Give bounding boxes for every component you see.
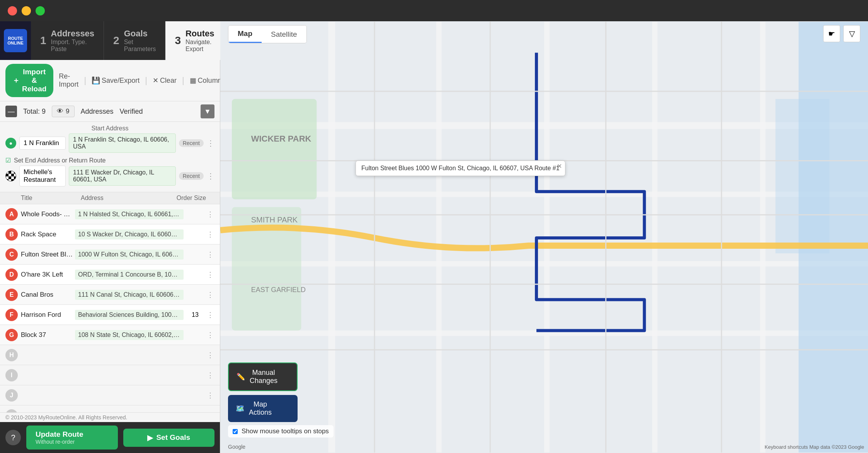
- start-menu-icon[interactable]: ⋮: [207, 138, 214, 148]
- map-tooltip: Fulton Street Blues 1000 W Fulton St, Ch…: [356, 161, 565, 176]
- end-menu-icon[interactable]: ⋮: [207, 171, 214, 181]
- tab-title-routes: Routes: [186, 29, 214, 39]
- toolbar: ＋ Import & Reload Re-Import | 💾 Save/Exp…: [0, 60, 220, 101]
- cursor-tool-button[interactable]: ☛: [823, 25, 840, 42]
- cell-address: [75, 374, 184, 377]
- reimport-link[interactable]: Re-Import: [59, 72, 78, 89]
- col-address-header: Address: [81, 195, 176, 202]
- svg-rect-10: [232, 99, 317, 199]
- row-menu-icon[interactable]: ⋮: [207, 270, 214, 279]
- end-icon: [5, 171, 16, 181]
- tab-subtitle-goals: Set Parameters: [124, 39, 156, 53]
- fullscreen-button[interactable]: [36, 6, 45, 15]
- stats-bar: ― Total: 9 👁 9 Addresses Verified ▼: [0, 101, 220, 122]
- end-address-full: 111 E Wacker Dr, Chicago, IL 60601, USA: [69, 166, 176, 186]
- table-row[interactable]: E Canal Bros 111 N Canal St, Chicago, IL…: [0, 285, 220, 305]
- row-menu-icon[interactable]: ⋮: [207, 371, 214, 379]
- save-export-link[interactable]: 💾 Save/Export: [92, 76, 140, 85]
- logo-text: ROUTEONLINE: [7, 36, 24, 45]
- clear-icon: ✕: [153, 76, 158, 85]
- map-attribution-right: Keyboard shortcuts Map data ©2023 Google: [765, 444, 864, 450]
- start-address-name[interactable]: 1 N Franklin: [19, 137, 66, 150]
- verified-label: Verified: [120, 108, 143, 116]
- table-row[interactable]: C Fulton Street Blues 1000 W Fulton St, …: [0, 244, 220, 265]
- import-reload-label: Import & Reload: [22, 68, 46, 93]
- col-title-header: Title: [21, 195, 81, 202]
- end-address-name[interactable]: Michelle's Restaurant: [19, 166, 66, 186]
- svg-text:SMITH PARK: SMITH PARK: [251, 215, 298, 224]
- table-header: Title Address Order Size: [0, 192, 220, 204]
- row-menu-icon[interactable]: ⋮: [207, 250, 214, 259]
- set-goals-button[interactable]: ▶ Set Goals: [123, 429, 215, 447]
- end-address-row: Michelle's Restaurant 111 E Wacker Dr, C…: [5, 166, 214, 186]
- row-menu-icon[interactable]: ⋮: [207, 311, 214, 319]
- row-letter-F: F: [5, 309, 18, 321]
- row-menu-icon[interactable]: ⋮: [207, 230, 214, 239]
- map-tab-satellite[interactable]: Satellite: [262, 26, 306, 43]
- row-menu-icon[interactable]: ⋮: [207, 331, 214, 339]
- cell-address: 10 S Wacker Dr, Chicago, IL 60606, USA: [75, 229, 184, 239]
- table-row[interactable]: K ⋮: [0, 405, 220, 412]
- cell-order: 13: [184, 311, 207, 318]
- tab-subtitle-addresses: Import. Type. Paste: [51, 39, 95, 53]
- map-bottom-buttons: ✏️ ManualChanges 🗺️ MapActions: [228, 362, 298, 422]
- table-row[interactable]: J ⋮: [0, 385, 220, 405]
- tooltip-close-button[interactable]: ✕: [557, 162, 562, 170]
- address-section: Start Address ● 1 N Franklin 1 N Frankli…: [0, 122, 220, 192]
- columns-link[interactable]: ▦ Columns: [190, 76, 225, 85]
- table-row[interactable]: D O'hare 3K Left ORD, Terminal 1 Concour…: [0, 265, 220, 285]
- clear-label: Clear: [160, 77, 177, 85]
- clear-link[interactable]: ✕ Clear: [153, 76, 177, 85]
- checkbox-icon[interactable]: ☑: [5, 157, 11, 164]
- tab-number-2: 2: [113, 34, 119, 47]
- cell-title: Fulton Street Blues: [21, 251, 75, 258]
- row-menu-icon[interactable]: ⋮: [207, 291, 214, 299]
- table-row[interactable]: I ⋮: [0, 365, 220, 385]
- addresses-label: Addresses: [81, 108, 114, 116]
- row-letter-H: H: [5, 349, 18, 361]
- app-logo: ROUTEONLINE: [0, 21, 31, 60]
- update-route-button[interactable]: Update Route Without re-order: [26, 426, 118, 450]
- tab-goals[interactable]: 2 Goals Set Parameters: [104, 21, 165, 60]
- row-letter-J: J: [5, 389, 18, 402]
- minimize-button[interactable]: [22, 6, 31, 15]
- cell-address: 111 N Canal St, Chicago, IL 60606, USA: [75, 290, 184, 300]
- verified-badge: 👁 9: [52, 106, 74, 117]
- cell-address: Behavioral Sciences Building, 1007 W Har…: [75, 310, 184, 320]
- table-row[interactable]: A Whole Foods- West Loop 1 N Halsted St,…: [0, 204, 220, 224]
- map-actions-button[interactable]: 🗺️ MapActions: [228, 395, 298, 422]
- row-letter-A: A: [5, 208, 18, 221]
- svg-text:WICKER PARK: WICKER PARK: [251, 134, 311, 144]
- table-row[interactable]: H ⋮: [0, 345, 220, 365]
- return-route-row: ☑ Set End Address or Return Route: [5, 155, 214, 166]
- row-menu-icon[interactable]: ⋮: [207, 391, 214, 400]
- total-count: Total: 9: [23, 108, 46, 116]
- row-menu-icon[interactable]: ⋮: [207, 210, 214, 219]
- tab-routes[interactable]: 3 Routes Navigate. Export: [165, 21, 224, 60]
- filter-button[interactable]: ▼: [201, 104, 214, 118]
- svg-text:EAST GARFIELD: EAST GARFIELD: [251, 286, 306, 294]
- manual-changes-button[interactable]: ✏️ ManualChanges: [228, 362, 298, 391]
- table-row[interactable]: F Harrison Ford Behavioral Sciences Buil…: [0, 305, 220, 325]
- tabs-header: ROUTEONLINE 1 Addresses Import. Type. Pa…: [0, 21, 220, 60]
- show-tooltips-row: Show mouse tooltips on stops: [228, 425, 334, 438]
- title-bar: [0, 0, 868, 21]
- close-button[interactable]: [8, 6, 17, 15]
- svg-rect-9: [760, 22, 766, 452]
- cell-address: ORD, Terminal 1 Concourse B, 10000 W Bal…: [75, 270, 184, 280]
- show-tooltips-checkbox[interactable]: [233, 429, 238, 434]
- tab-addresses[interactable]: 1 Addresses Import. Type. Paste: [31, 21, 104, 60]
- row-letter-G: G: [5, 329, 18, 341]
- row-menu-icon[interactable]: ⋮: [207, 351, 214, 359]
- table-row[interactable]: G Block 37 108 N State St, Chicago, IL 6…: [0, 325, 220, 345]
- collapse-button[interactable]: ―: [5, 106, 17, 117]
- tab-number-1: 1: [40, 34, 46, 47]
- map-background[interactable]: WICKER PARK SMITH PARK EAST GARFIELDPARK…: [220, 21, 868, 453]
- filter-tool-button[interactable]: ▽: [843, 25, 860, 42]
- table-row[interactable]: B Rack Space 10 S Wacker Dr, Chicago, IL…: [0, 224, 220, 244]
- map-tab-map[interactable]: Map: [228, 26, 262, 43]
- import-reload-button[interactable]: ＋ Import & Reload: [5, 64, 53, 97]
- address-table: Title Address Order Size A Whole Foods- …: [0, 192, 220, 412]
- col-order-header: Order Size: [176, 195, 207, 202]
- help-button[interactable]: ?: [5, 430, 21, 445]
